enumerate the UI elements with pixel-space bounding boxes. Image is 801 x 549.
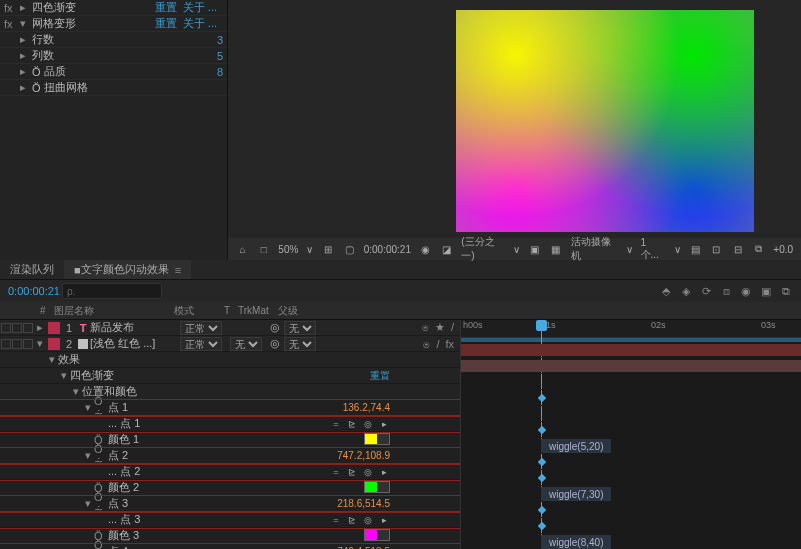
view1-icon[interactable]: ▤ bbox=[689, 244, 702, 255]
layer-row[interactable]: ▾ 2 [浅色 红色 ...] 正常 无 ◎ 无 ⍟/fx bbox=[0, 336, 460, 352]
views-picker[interactable]: 1 个... bbox=[641, 237, 666, 262]
prop-point[interactable]: ▾Ŏ ⩪ 点 3218.6,514.5 bbox=[0, 496, 460, 512]
stopwatch-icon[interactable]: Ŏ ⩪ bbox=[94, 395, 108, 420]
reset-link[interactable]: 重置 bbox=[155, 0, 177, 15]
prop-point-expr[interactable]: ... 点 1=⊵◎▸ bbox=[0, 416, 460, 432]
effects-group[interactable]: ▾效果 bbox=[0, 352, 460, 368]
current-timecode[interactable]: 0:00:00:21 bbox=[0, 285, 62, 297]
view3-icon[interactable]: ⊟ bbox=[731, 244, 744, 255]
frame-blend-icon[interactable]: ⧈ bbox=[719, 285, 733, 298]
mask-icon[interactable]: ▢ bbox=[343, 244, 356, 255]
timeline-tracks[interactable]: h00s 01s 02s 03s wiggle(5,20) wiggle(7,3… bbox=[460, 320, 801, 549]
expr-menu-icon[interactable]: ▸ bbox=[378, 514, 390, 526]
grid-icon[interactable]: ⊞ bbox=[321, 244, 334, 255]
color-swatch[interactable] bbox=[364, 481, 390, 493]
expr-enable-icon[interactable]: = bbox=[330, 418, 342, 430]
pickwhip-icon[interactable]: ◎ bbox=[362, 514, 374, 526]
color-swatch[interactable] bbox=[364, 433, 390, 445]
resolution-picker[interactable]: (三分之一) bbox=[461, 235, 505, 263]
draft3d-icon[interactable]: ◈ bbox=[679, 285, 693, 298]
switch-icon[interactable]: ★ bbox=[435, 321, 445, 334]
prop-color[interactable]: Ŏ颜色 2 bbox=[0, 480, 460, 496]
prop-point[interactable]: ▾Ŏ ⩪ 点 4746.4,518.5 bbox=[0, 544, 460, 549]
prop-point-expr[interactable]: ... 点 3=⊵◎▸ bbox=[0, 512, 460, 528]
effect-prop[interactable]: ▸ Ŏ 品质 8 bbox=[0, 64, 227, 80]
expr-enable-icon[interactable]: = bbox=[330, 514, 342, 526]
stopwatch-icon[interactable]: Ŏ ⩪ bbox=[94, 491, 108, 516]
pos-color-group[interactable]: ▾位置和颜色 bbox=[0, 384, 460, 400]
stopwatch-icon[interactable]: Ŏ bbox=[32, 82, 44, 94]
layer-bar[interactable] bbox=[461, 360, 801, 372]
magnify-icon[interactable]: ⌂ bbox=[236, 244, 249, 255]
keyframe-icon[interactable] bbox=[538, 522, 546, 530]
layer-bar[interactable] bbox=[461, 344, 801, 356]
prop-value[interactable]: 8 bbox=[217, 66, 223, 78]
twirl-icon[interactable]: ▾ bbox=[34, 337, 46, 350]
color-swatch[interactable] bbox=[364, 529, 390, 541]
parent-select[interactable]: 无 bbox=[284, 337, 316, 351]
preview-timecode[interactable]: 0:00:00:21 bbox=[364, 244, 411, 255]
shy-icon[interactable]: ⟳ bbox=[699, 285, 713, 298]
brainstorm-icon[interactable]: ⧉ bbox=[779, 285, 793, 298]
prop-value[interactable]: 3 bbox=[217, 34, 223, 46]
expr-menu-icon[interactable]: ▸ bbox=[378, 466, 390, 478]
close-icon[interactable]: ≡ bbox=[175, 264, 181, 276]
fx-icon[interactable]: fx bbox=[445, 338, 454, 350]
expression-text[interactable]: wiggle(8,40) bbox=[541, 535, 611, 549]
expression-text[interactable]: wiggle(5,20) bbox=[541, 439, 611, 453]
switch-icon[interactable]: ⍟ bbox=[423, 338, 430, 350]
prop-point-expr[interactable]: ... 点 2=⊵◎▸ bbox=[0, 464, 460, 480]
expr-graph-icon[interactable]: ⊵ bbox=[346, 418, 358, 430]
keyframe-icon[interactable] bbox=[538, 506, 546, 514]
transparency-icon[interactable]: ▦ bbox=[549, 244, 562, 255]
label-swatch[interactable] bbox=[48, 338, 60, 350]
parent-select[interactable]: 无 bbox=[284, 321, 316, 335]
effect-prop[interactable]: ▸ 列数 5 bbox=[0, 48, 227, 64]
show-snapshot-icon[interactable]: ◪ bbox=[440, 244, 453, 255]
trkmat-select[interactable]: 无 bbox=[230, 337, 262, 351]
vis-toggle[interactable] bbox=[1, 323, 11, 333]
twirl-icon[interactable]: ▸ bbox=[20, 1, 32, 14]
expr-menu-icon[interactable]: ▸ bbox=[378, 418, 390, 430]
prop-value[interactable]: 5 bbox=[217, 50, 223, 62]
search-input[interactable]: ρ. bbox=[62, 283, 162, 299]
prop-point[interactable]: ▾Ŏ ⩪ 点 1136.2,74.4 bbox=[0, 400, 460, 416]
tab-composition[interactable]: ■ 文字颜色闪动效果≡ bbox=[64, 260, 191, 279]
motion-blur-icon[interactable]: ◉ bbox=[739, 285, 753, 298]
twirl-icon[interactable]: ▸ bbox=[34, 321, 46, 334]
keyframe-icon[interactable] bbox=[538, 458, 546, 466]
camera-picker[interactable]: 活动摄像机 bbox=[571, 235, 618, 263]
reset-link[interactable]: 重置 bbox=[155, 16, 177, 31]
about-link[interactable]: 关于 ... bbox=[183, 16, 217, 31]
view2-icon[interactable]: ⊡ bbox=[710, 244, 723, 255]
expr-enable-icon[interactable]: = bbox=[330, 466, 342, 478]
roi-icon[interactable]: ▣ bbox=[528, 244, 541, 255]
effect-prop[interactable]: ▸ Ŏ 扭曲网格 bbox=[0, 80, 227, 96]
layer-name[interactable]: 新品发布 bbox=[90, 320, 180, 335]
view4-icon[interactable]: ⧉ bbox=[752, 243, 765, 255]
effect-instance[interactable]: ▾四色渐变重置 bbox=[0, 368, 460, 384]
stopwatch-icon[interactable]: Ŏ bbox=[32, 66, 44, 78]
prop-color[interactable]: Ŏ颜色 1 bbox=[0, 432, 460, 448]
pickwhip-icon[interactable]: ◎ bbox=[362, 418, 374, 430]
twirl-icon[interactable]: ▾ bbox=[20, 17, 32, 30]
time-ruler[interactable]: h00s 01s 02s 03s bbox=[461, 320, 801, 338]
keyframe-icon[interactable] bbox=[538, 426, 546, 434]
label-swatch[interactable] bbox=[48, 322, 60, 334]
snapshot-icon[interactable]: ◉ bbox=[419, 244, 432, 255]
blend-mode-select[interactable]: 正常 bbox=[180, 337, 222, 351]
pickwhip-icon[interactable]: ◎ bbox=[362, 466, 374, 478]
layer-row[interactable]: ▸ 1 T 新品发布 正常 ◎ 无 ⍟★/ bbox=[0, 320, 460, 336]
stopwatch-icon[interactable]: Ŏ ⩪ bbox=[94, 443, 108, 468]
about-link[interactable]: 关于 ... bbox=[183, 0, 217, 15]
expression-text[interactable]: wiggle(7,30) bbox=[541, 487, 611, 501]
stopwatch-icon[interactable]: Ŏ ⩪ bbox=[94, 539, 108, 549]
blend-mode-select[interactable]: 正常 bbox=[180, 321, 222, 335]
layer-name[interactable]: [浅色 红色 ...] bbox=[90, 336, 180, 351]
exposure-value[interactable]: +0.0 bbox=[773, 244, 793, 255]
expr-graph-icon[interactable]: ⊵ bbox=[346, 466, 358, 478]
graph-icon[interactable]: ▣ bbox=[759, 285, 773, 298]
hand-icon[interactable]: □ bbox=[257, 244, 270, 255]
effect-item[interactable]: fx ▾ 网格变形 重置 关于 ... bbox=[0, 16, 227, 32]
vis-toggle[interactable] bbox=[1, 339, 11, 349]
